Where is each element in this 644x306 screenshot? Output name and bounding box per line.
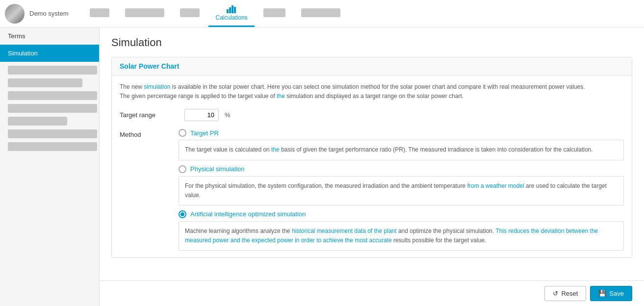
nav-tab-calculations[interactable]: Calculations — [208, 0, 254, 27]
radio-target-pr-desc: The target value is calculated on the ba… — [179, 140, 624, 160]
nav-tab-3[interactable] — [173, 0, 206, 27]
page-title: Simulation — [111, 36, 632, 49]
target-range-input[interactable] — [184, 109, 219, 121]
sidebar-placeholder-3 — [8, 91, 97, 100]
sidebar-placeholder-1 — [8, 66, 97, 75]
target-range-row: Target range % — [120, 109, 624, 121]
system-name: Demo system — [29, 10, 68, 17]
radio-ai-desc: Machine learning algorithms analyze the … — [179, 221, 624, 251]
method-options: Target PR The target value is calculated… — [179, 129, 624, 251]
reset-icon: ↺ — [553, 290, 558, 297]
card-body: The new simulation is available in the s… — [112, 76, 632, 257]
method-label: Method — [120, 129, 179, 251]
radio-option-ai: Artificial intelligence optimized simula… — [179, 210, 624, 251]
sidebar-placeholder-2 — [8, 78, 82, 87]
svg-rect-3 — [234, 7, 236, 13]
sidebar-placeholder-6 — [8, 129, 97, 138]
app-logo — [5, 4, 25, 24]
nav-tab-6[interactable] — [294, 0, 347, 27]
radio-ai-circle[interactable] — [179, 210, 186, 218]
svg-rect-0 — [227, 9, 229, 13]
radio-ai-label: Artificial intelligence optimized simula… — [190, 210, 306, 218]
target-range-unit: % — [225, 111, 231, 119]
top-nav: Demo system Calculations — [0, 0, 644, 27]
footer-bar: ↺ Reset 💾 Save — [100, 280, 644, 306]
card-header: Solar Power Chart — [112, 57, 632, 76]
radio-physical-row[interactable]: Physical simulation — [179, 165, 624, 173]
nav-tab-2[interactable] — [118, 0, 171, 27]
nav-tab-1[interactable] — [83, 0, 116, 27]
nav-tab-5[interactable] — [257, 0, 292, 27]
target-range-label: Target range — [120, 111, 179, 119]
radio-ai-row[interactable]: Artificial intelligence optimized simula… — [179, 210, 624, 218]
svg-rect-2 — [232, 5, 233, 13]
save-button[interactable]: 💾 Save — [590, 286, 632, 301]
svg-rect-1 — [229, 7, 231, 13]
sidebar-item-terms[interactable]: Terms — [0, 27, 99, 45]
reset-label: Reset — [561, 290, 578, 297]
save-icon: 💾 — [598, 290, 606, 297]
nav-tabs: Calculations — [83, 0, 644, 27]
calculations-icon — [227, 4, 236, 13]
radio-physical-desc: For the physical simulation, the system … — [179, 176, 624, 205]
sidebar-placeholder-4 — [8, 104, 97, 113]
main-layout: Terms Simulation Simulation Solar Power … — [0, 27, 644, 306]
sidebar-placeholder-7 — [8, 142, 97, 151]
sidebar: Terms Simulation — [0, 27, 100, 306]
save-label: Save — [609, 290, 624, 297]
nav-tab-calculations-label: Calculations — [215, 14, 247, 21]
radio-option-target-pr: Target PR The target value is calculated… — [179, 129, 624, 160]
radio-option-physical: Physical simulation For the physical sim… — [179, 165, 624, 205]
solar-power-chart-card: Solar Power Chart The new simulation is … — [111, 57, 632, 258]
sidebar-placeholder-5 — [8, 117, 67, 126]
method-section: Method Target PR The target value is cal… — [120, 129, 624, 251]
radio-target-pr-row[interactable]: Target PR — [179, 129, 624, 137]
radio-target-pr-circle[interactable] — [179, 129, 186, 137]
reset-button[interactable]: ↺ Reset — [544, 286, 586, 301]
description-text: The new simulation is available in the s… — [120, 82, 624, 101]
radio-physical-circle[interactable] — [179, 165, 186, 173]
radio-target-pr-label: Target PR — [190, 129, 219, 137]
main-content: Simulation Solar Power Chart The new sim… — [100, 27, 644, 280]
radio-physical-label: Physical simulation — [190, 165, 245, 173]
sidebar-item-simulation[interactable]: Simulation — [0, 45, 99, 62]
